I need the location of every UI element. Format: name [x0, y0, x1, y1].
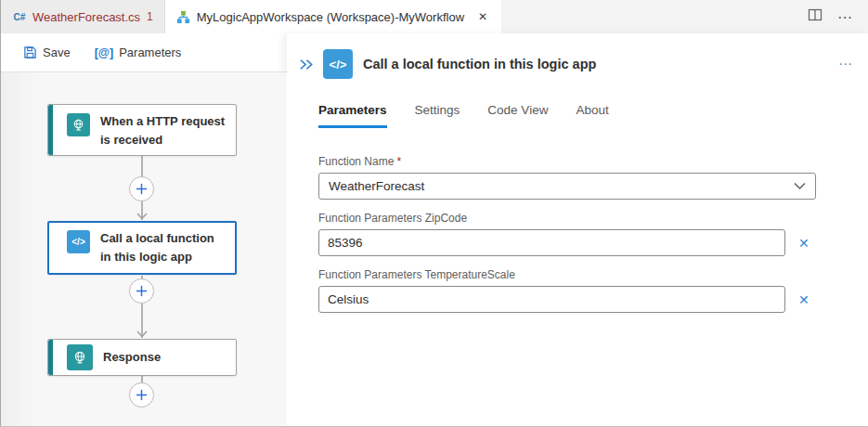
plus-icon [135, 388, 149, 402]
save-label: Save [43, 45, 71, 59]
operation-details-panel: </> Call a local function in this logic … [287, 33, 868, 426]
tab-parameters[interactable]: Parameters [318, 103, 387, 128]
save-button[interactable]: Save [23, 45, 71, 59]
split-editor-icon[interactable] [808, 7, 823, 26]
csharp-file-icon: C# [12, 9, 27, 24]
editor-tab-bar: C# WeatherForecast.cs 1 MyLogicAppWorksp… [1, 0, 868, 33]
workflow-canvas[interactable]: When a HTTP request is received </> Call… [1, 72, 287, 426]
node-title: Call a local function in this logic app [100, 229, 227, 266]
editor-main: Save [@] Parameters [1, 33, 868, 426]
zipcode-label: Function Parameters ZipCode [318, 212, 868, 225]
arrow-down-icon [136, 213, 148, 220]
action-accent-bar [48, 340, 53, 375]
parameters-form: Function Name* WeatherForecast Function … [318, 143, 868, 313]
insert-step-button[interactable] [129, 382, 154, 408]
parameters-label: Parameters [119, 45, 181, 59]
chevron-down-icon [794, 182, 806, 190]
node-title: Response [103, 348, 161, 367]
required-asterisk: * [396, 155, 401, 168]
node-when-http-request-received[interactable]: When a HTTP request is received [47, 104, 237, 156]
trigger-accent-bar [48, 105, 53, 155]
clear-temperaturescale-icon[interactable]: ✕ [798, 293, 810, 306]
collapse-panel-icon[interactable] [293, 52, 317, 76]
node-title: When a HTTP request is received [100, 112, 227, 149]
function-name-value: WeatherForecast [329, 179, 794, 193]
temperaturescale-input[interactable] [318, 286, 785, 313]
designer-toolbar: Save [@] Parameters [1, 33, 287, 72]
plus-icon [135, 182, 149, 196]
panel-title: Call a local function in this logic app [363, 57, 838, 71]
clear-zipcode-icon[interactable]: ✕ [798, 237, 810, 250]
local-function-icon: </> [67, 230, 90, 253]
tab-problem-badge: 1 [147, 10, 153, 23]
plus-icon [135, 284, 149, 298]
function-name-label: Function Name* [318, 155, 868, 168]
local-function-icon: </> [323, 49, 353, 79]
http-request-trigger-icon [67, 113, 90, 136]
close-tab-icon[interactable]: ✕ [475, 9, 490, 24]
tab-settings[interactable]: Settings [415, 103, 460, 128]
panel-tabs: Parameters Settings Code View About [318, 103, 868, 128]
insert-step-button[interactable] [129, 278, 154, 304]
temperaturescale-label: Function Parameters TemperatureScale [318, 268, 868, 281]
arrow-down-icon [136, 330, 148, 338]
function-name-dropdown[interactable]: WeatherForecast [318, 173, 816, 200]
tab-label: MyLogicAppWorkspace (Workspace)-MyWorkfl… [197, 10, 464, 24]
panel-header: </> Call a local function in this logic … [287, 33, 868, 79]
node-response[interactable]: Response [47, 339, 237, 376]
workflow-icon [176, 9, 191, 24]
vscode-window: C# WeatherForecast.cs 1 MyLogicAppWorksp… [0, 0, 868, 427]
more-actions-icon[interactable]: ⋯ [837, 8, 853, 26]
panel-more-icon[interactable]: ⋯ [838, 56, 853, 72]
insert-step-button[interactable] [129, 176, 154, 201]
save-icon [23, 45, 37, 59]
tab-code-view[interactable]: Code View [487, 103, 548, 128]
parameters-button[interactable]: [@] Parameters [95, 45, 182, 59]
tab-bar-spacer [501, 0, 793, 33]
zipcode-input[interactable] [318, 229, 785, 256]
editor-actions: ⋯ [793, 0, 868, 33]
tab-about[interactable]: About [576, 103, 608, 128]
node-call-local-function[interactable]: </> Call a local function in this logic … [47, 221, 237, 275]
response-icon [67, 344, 93, 370]
designer-left-pane: Save [@] Parameters [1, 33, 287, 426]
tab-label: WeatherForecast.cs [32, 10, 140, 24]
tab-weatherforecast-cs[interactable]: C# WeatherForecast.cs 1 [1, 0, 165, 33]
parameters-icon: [@] [95, 46, 114, 59]
tab-myworkflow[interactable]: MyLogicAppWorkspace (Workspace)-MyWorkfl… [165, 0, 501, 33]
